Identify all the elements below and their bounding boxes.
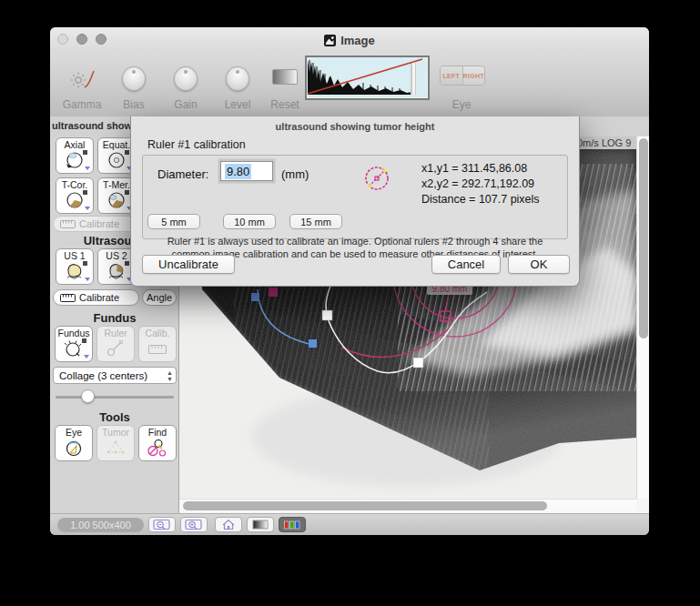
zoom-out-icon (153, 519, 171, 530)
scan-annotation: 0m/s LOG 9 (577, 137, 631, 148)
gamma-label: Gamma (55, 98, 109, 111)
ruler-icon (60, 294, 76, 302)
horizontal-scrollbar-thumb[interactable] (183, 501, 547, 510)
grayscale-mode-button[interactable] (247, 517, 274, 532)
coordinate-readouts: x1,y1 = 311.45,86.08 x2,y2 = 292.71,192.… (421, 161, 540, 207)
sidebar-button-eye-tool[interactable]: Eye (55, 425, 93, 461)
zoom-info: 1.00 500x400 (57, 518, 144, 532)
desktop: { "window": { "title": "Image" }, "toolb… (0, 0, 700, 606)
titlebar[interactable]: Image (50, 27, 649, 53)
sidebar-button-tcor[interactable]: T-Cor. (56, 177, 94, 214)
readout-x2y2: x2,y2 = 292.71,192.09 (421, 177, 540, 192)
home-view-button[interactable] (215, 517, 242, 532)
ruler-calibration-dialog: ultrasound showing tumor height Ruler #1… (130, 116, 580, 287)
minimize-button[interactable] (76, 34, 87, 45)
dropdown-triangle-icon (85, 278, 90, 281)
find-icon (146, 438, 169, 458)
ruler-compass-icon (104, 338, 127, 359)
blue-handle-2[interactable] (309, 339, 317, 348)
collage-select[interactable]: Collage (3 centers) ▲▼ (53, 367, 177, 384)
tools-header: Tools (50, 410, 179, 424)
modifier-square (125, 190, 129, 195)
statusbar: 1.00 500x400 (50, 513, 649, 535)
eye-right-button[interactable]: RIGHT (463, 66, 485, 85)
zoom-slider[interactable] (56, 389, 174, 404)
calibration-group-box: Diameter: 9.80 (mm) 5 mm 10 mm 15 mm x1,… (142, 155, 568, 239)
modifier-square (125, 261, 129, 266)
reset-label: Reset (258, 98, 312, 111)
diameter-value: 9.80 (225, 164, 251, 179)
reset-swatch[interactable] (272, 69, 298, 85)
gain-label: Gain (158, 98, 213, 111)
readout-distance: Distance = 107.7 pixels (421, 192, 540, 207)
dropdown-triangle-icon (84, 355, 89, 359)
stepper-arrows-icon: ▲▼ (164, 369, 176, 382)
magenta-handle[interactable] (269, 288, 278, 297)
histogram[interactable] (305, 56, 430, 100)
unit-label: (mm) (281, 167, 309, 181)
dropdown-triangle-icon (85, 167, 90, 170)
rgb-mode-button[interactable] (279, 517, 306, 532)
level-knob[interactable] (226, 66, 249, 91)
zoom-in-icon (185, 519, 203, 530)
dialog-section-label: Ruler #1 calibration (147, 138, 246, 151)
preset-5mm-button[interactable]: 5 mm (147, 214, 200, 229)
angle-button[interactable]: Angle (142, 289, 177, 306)
sidebar-button-tumor[interactable]: Tumor (96, 425, 135, 461)
readout-x1y1: x1,y1 = 311.45,86.08 (421, 161, 540, 177)
dropdown-triangle-icon (85, 207, 90, 210)
white-handle-2[interactable] (413, 358, 423, 368)
blue-handle-1[interactable] (251, 293, 259, 301)
modifier-square (125, 150, 129, 155)
home-icon (221, 519, 236, 530)
diameter-label: Diameter: (157, 167, 208, 181)
fundus-header: Fundus (50, 311, 179, 325)
modifier-square (83, 261, 87, 266)
vertical-scrollbar[interactable] (636, 136, 649, 499)
gain-knob[interactable] (174, 66, 198, 91)
modifier-square (83, 150, 87, 155)
uncalibrate-button[interactable]: Uncalibrate (142, 255, 235, 274)
cancel-button[interactable]: Cancel (431, 255, 501, 274)
bias-knob[interactable] (122, 66, 146, 91)
gamma-icon[interactable] (70, 68, 96, 90)
zoom-in-button[interactable] (180, 517, 208, 532)
rgb-icon (283, 520, 301, 530)
ok-button[interactable]: OK (508, 255, 570, 274)
eye-tool-icon (62, 438, 86, 458)
sidebar-button-us1[interactable]: US 1 (56, 248, 94, 285)
level-label: Level (210, 98, 265, 111)
modifier-square (83, 190, 87, 195)
calibrate-button[interactable]: Calibrate (53, 289, 139, 306)
sidebar-button-axial[interactable]: Axial (56, 137, 94, 174)
sidebar-button-fundus[interactable]: Fundus (55, 326, 93, 362)
ruler-circle-icon (363, 165, 391, 192)
preset-10mm-button[interactable]: 10 mm (223, 214, 276, 229)
dialog-title: ultrasound showing tumor height (131, 121, 579, 132)
eye-toggle: LEFT RIGHT (440, 66, 485, 86)
sidebar-button-ruler[interactable]: Ruler (96, 326, 135, 362)
zoom-out-button[interactable] (148, 517, 176, 532)
window-title: Image (340, 34, 375, 47)
horizontal-scrollbar[interactable] (179, 499, 636, 511)
close-button[interactable] (57, 34, 68, 45)
grayscale-icon (252, 520, 269, 530)
slider-track (56, 396, 174, 399)
vertical-scrollbar-thumb[interactable] (639, 138, 648, 338)
preset-15mm-button[interactable]: 15 mm (289, 214, 342, 229)
eye-label: Eye (434, 98, 489, 111)
sidebar-button-find[interactable]: Find (138, 425, 177, 461)
zoom-window-button[interactable] (96, 34, 107, 45)
diameter-input[interactable]: 9.80 (220, 161, 273, 181)
eye-left-button[interactable]: LEFT (441, 66, 463, 85)
collage-value: Collage (3 centers) (54, 370, 164, 381)
ruler-icon (60, 220, 76, 228)
white-handle-1[interactable] (322, 310, 332, 320)
toolbar: Gamma Bias Gain Level Reset (50, 53, 649, 117)
sidebar-button-calib[interactable]: Calib. (138, 326, 177, 362)
slider-thumb[interactable] (81, 389, 95, 403)
image-window: Image Gamma Bias Gain Level Reset (50, 27, 649, 535)
tumor-outline-icon (104, 438, 127, 458)
bias-label: Bias (107, 98, 161, 111)
document-icon (324, 35, 336, 46)
